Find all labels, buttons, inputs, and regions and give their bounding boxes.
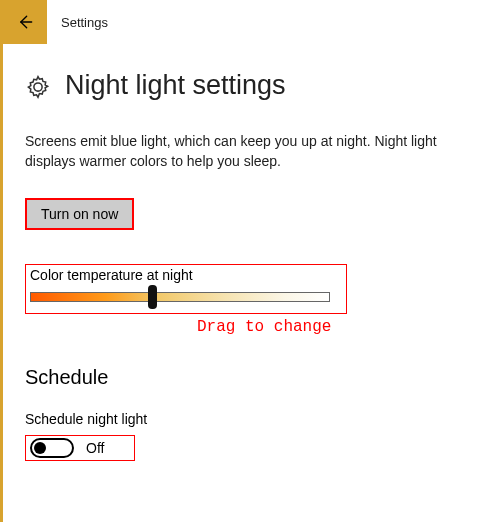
turn-on-now-button[interactable]: Turn on now: [25, 198, 134, 230]
schedule-heading: Schedule: [25, 366, 478, 389]
color-temperature-slider[interactable]: [30, 289, 330, 305]
drag-annotation: Drag to change: [197, 318, 478, 336]
back-button[interactable]: [3, 0, 47, 44]
gear-icon: [25, 74, 51, 100]
title-bar: Settings: [3, 0, 500, 44]
slider-label: Color temperature at night: [30, 267, 342, 283]
toggle-state-label: Off: [86, 440, 104, 456]
page-header: Night light settings: [25, 70, 478, 101]
page-description: Screens emit blue light, which can keep …: [25, 131, 455, 172]
app-title: Settings: [47, 15, 108, 30]
schedule-toggle[interactable]: [30, 438, 74, 458]
content-area: Night light settings Screens emit blue l…: [3, 44, 500, 461]
back-arrow-icon: [15, 12, 35, 32]
toggle-knob: [34, 442, 46, 454]
schedule-toggle-label: Schedule night light: [25, 411, 478, 427]
schedule-toggle-group: Off: [25, 435, 135, 461]
color-temperature-group: Color temperature at night: [25, 264, 347, 314]
slider-gradient: [30, 292, 330, 302]
page-title: Night light settings: [65, 70, 286, 101]
slider-thumb[interactable]: [148, 285, 157, 309]
